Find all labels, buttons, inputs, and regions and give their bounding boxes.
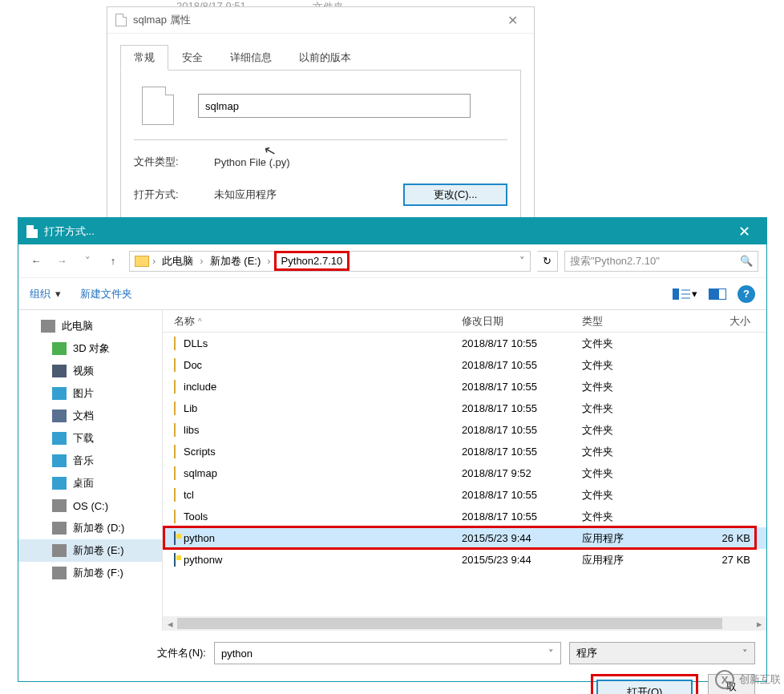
nav-back-icon[interactable]: ← [26,252,46,271]
file-row[interactable]: libs2018/8/17 10:55文件夹 [163,419,766,441]
file-row[interactable]: Doc2018/8/17 10:55文件夹 [163,354,766,376]
filename-label: 文件名(N): [30,646,206,660]
refresh-button[interactable]: ↻ [537,251,558,272]
breadcrumb-pc[interactable]: 此电脑 [159,254,196,268]
file-name: Scripts [174,446,462,458]
sidebar-item[interactable]: 新加卷 (D:) [18,517,162,539]
preview-pane-button[interactable] [709,288,726,300]
tab-details[interactable]: 详细信息 [216,45,285,71]
folder-icon [174,445,176,458]
file-name: DLLs [174,337,462,349]
file-row[interactable]: Lib2018/8/17 10:55文件夹 [163,397,766,419]
file-row[interactable]: Scripts2018/8/17 10:55文件夹 [163,441,766,462]
change-button[interactable]: 更改(C)... [403,184,507,206]
view-options-button[interactable]: ▾ [673,288,697,300]
sidebar-item[interactable]: 此电脑 [18,315,162,337]
scroll-right-icon[interactable]: ▸ [752,618,766,630]
highlight-box: 打开(O) [591,674,698,694]
chevron-right-icon[interactable]: › [152,255,156,267]
tab-previous-versions[interactable]: 以前的版本 [285,45,365,71]
folder-icon [174,510,176,523]
breadcrumb[interactable]: › 此电脑 › 新加卷 (E:) › Python2.7.10 ˅ [129,251,531,272]
properties-titlebar[interactable]: sqlmap 属性 ✕ [107,7,534,34]
column-type[interactable]: 类型 [582,314,694,329]
dl-icon [52,432,67,445]
open-titlebar[interactable]: 打开方式... ✕ [18,218,766,244]
sidebar-item[interactable]: 新加卷 (E:) [18,539,162,562]
chevron-down-icon[interactable]: ˅ [742,648,748,660]
sidebar-item[interactable]: 桌面 [18,472,162,494]
file-date: 2018/8/17 10:55 [462,402,582,414]
filename-input[interactable] [198,94,471,118]
svg-rect-0 [673,288,679,300]
search-input[interactable]: 搜索"Python2.7.10" 🔍 [564,251,758,272]
sidebar-item-label: OS (C:) [73,500,108,512]
nav-recent-icon[interactable]: ˅ [78,252,97,271]
sidebar-item[interactable]: 下载 [18,427,162,450]
open-button[interactable]: 打开(O) [596,680,693,694]
sidebar-item[interactable]: 新加卷 (F:) [18,562,162,584]
filename-combobox[interactable]: python ˅ [214,642,561,664]
tab-general[interactable]: 常规 [120,45,168,71]
watermark: X 创新互联 [715,670,781,689]
help-button[interactable]: ? [738,285,755,303]
sidebar-item[interactable]: 图片 [18,382,162,405]
chevron-right-icon[interactable]: › [267,255,270,267]
sidebar-tree[interactable]: 此电脑3D 对象视频图片文档下载音乐桌面OS (C:)新加卷 (D:)新加卷 (… [18,310,163,631]
file-row[interactable]: Tools2018/8/17 10:55文件夹 [163,506,766,527]
properties-panel: 文件类型: Python File (.py) 打开方式: 未知应用程序 更改(… [120,70,521,229]
file-type: 文件夹 [582,358,694,373]
file-size: 27 KB [694,554,766,566]
toolbar: 组织 ▾ 新建文件夹 ▾ ? [18,278,766,310]
file-date: 2018/8/17 10:55 [462,381,582,393]
watermark-text: 创新互联 [739,672,781,687]
sidebar-item[interactable]: 音乐 [18,450,162,472]
close-icon[interactable]: ✕ [499,10,526,31]
file-row[interactable]: include2018/8/17 10:55文件夹 [163,376,766,397]
chevron-down-icon[interactable]: ˅ [519,255,525,267]
breadcrumb-volume[interactable]: 新加卷 (E:) [207,254,265,268]
file-type: 文件夹 [582,401,694,416]
tab-security[interactable]: 安全 [168,45,216,71]
file-size: 26 KB [694,532,766,544]
column-date[interactable]: 修改日期 [462,314,582,329]
close-icon[interactable]: ✕ [730,220,758,244]
filetype-value: Python File (.py) [214,156,290,168]
chevron-down-icon[interactable]: ˅ [548,648,554,660]
folder-icon [174,423,176,437]
file-row[interactable]: python2015/5/23 9:44应用程序26 KB [163,527,766,549]
chevron-right-icon[interactable]: › [200,255,203,267]
folder-icon [174,380,176,393]
organize-menu[interactable]: 组织 ▾ [30,287,61,301]
watermark-logo-icon: X [715,670,734,689]
new-folder-button[interactable]: 新建文件夹 [80,287,132,301]
search-placeholder: 搜索"Python2.7.10" [570,254,660,268]
properties-tabs: 常规 安全 详细信息 以前的版本 [107,34,534,71]
file-row[interactable]: tcl2018/8/17 10:55文件夹 [163,484,766,506]
column-name[interactable]: 名称^ [174,314,462,329]
nav-up-icon[interactable]: ↑ [103,252,123,271]
column-size[interactable]: 大小 [694,314,766,329]
sidebar-item[interactable]: 视频 [18,360,162,382]
file-list-header[interactable]: 名称^ 修改日期 类型 大小 [163,310,766,333]
file-name: pythonw [174,554,462,566]
file-row[interactable]: pythonw2015/5/23 9:44应用程序27 KB [163,549,766,571]
filetype-filter-select[interactable]: 程序 ˅ [569,642,755,664]
file-row[interactable]: DLLs2018/8/17 10:55文件夹 [163,333,766,354]
nav-forward-icon[interactable]: → [52,252,71,271]
scrollbar-thumb[interactable] [177,618,722,629]
horizontal-scrollbar[interactable]: ◂ ▸ [163,616,766,631]
folder-icon [174,488,176,502]
pc-icon [41,320,55,333]
filename-value: python [221,648,253,660]
scroll-left-icon[interactable]: ◂ [163,618,177,630]
breadcrumb-python[interactable]: Python2.7.10 [274,251,350,271]
properties-title: sqlmap 属性 [133,13,191,27]
file-row[interactable]: sqlmap2018/8/17 9:52文件夹 [163,462,766,484]
sidebar-item[interactable]: 3D 对象 [18,337,162,360]
search-icon[interactable]: 🔍 [740,255,753,267]
sidebar-item[interactable]: 文档 [18,405,162,427]
sidebar-item-label: 新加卷 (F:) [73,566,123,580]
bottom-bar: 文件名(N): python ˅ 程序 ˅ 打开(O) 取 [18,631,766,694]
sidebar-item[interactable]: OS (C:) [18,494,162,517]
